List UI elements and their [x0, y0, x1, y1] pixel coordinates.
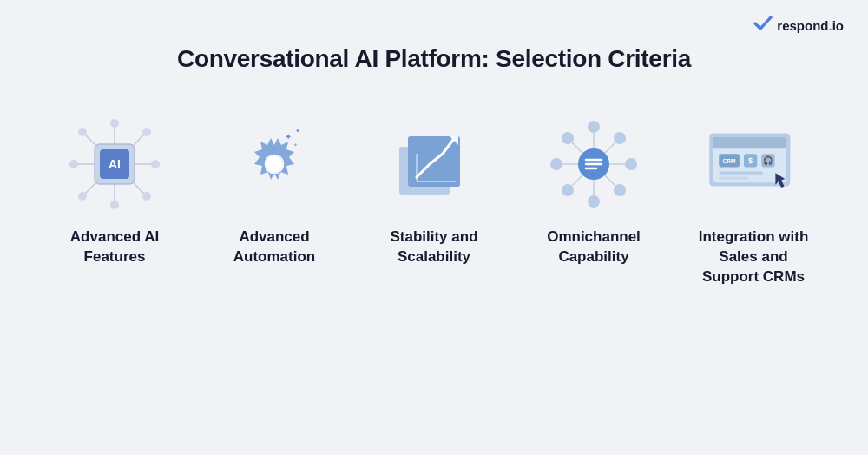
svg-point-18: [142, 192, 151, 201]
integration-crm-icon: CRM $ 🎧: [706, 116, 801, 212]
svg-point-15: [78, 128, 87, 136]
card-advanced-ai: AI: [35, 116, 194, 267]
svg-point-11: [110, 119, 119, 128]
svg-rect-58: [719, 171, 763, 174]
svg-line-44: [605, 175, 615, 186]
svg-line-41: [572, 142, 582, 153]
svg-text:✦: ✦: [293, 142, 298, 148]
svg-line-10: [132, 181, 145, 195]
svg-point-30: [588, 195, 600, 208]
card-label-advanced-ai: Advanced AIFeatures: [70, 228, 159, 267]
svg-point-16: [142, 128, 151, 136]
card-label-advanced-automation: AdvancedAutomation: [233, 228, 315, 267]
stability-scalability-icon: [386, 116, 482, 212]
svg-point-32: [625, 158, 637, 170]
svg-line-8: [132, 134, 145, 147]
card-label-omnichannel: OmnichannelCapability: [547, 228, 641, 267]
card-label-integration-crm: Integration withSales andSupport CRMs: [699, 228, 809, 287]
card-label-stability-scalability: Stability andScalability: [390, 228, 477, 267]
svg-point-23: [266, 156, 282, 172]
svg-point-36: [614, 184, 626, 196]
svg-point-34: [614, 132, 626, 144]
svg-line-43: [572, 175, 582, 186]
svg-point-31: [550, 158, 562, 170]
svg-text:✦: ✦: [295, 128, 300, 134]
card-integration-crm: CRM $ 🎧 Integration withSales andSupport…: [674, 116, 833, 287]
svg-point-12: [110, 201, 119, 209]
svg-point-33: [562, 132, 574, 144]
svg-rect-51: [713, 137, 786, 149]
svg-line-9: [84, 181, 97, 195]
advanced-ai-icon: AI: [67, 116, 162, 212]
svg-line-42: [605, 142, 615, 153]
page-title: Conversational AI Platform: Selection Cr…: [177, 45, 691, 73]
svg-text:CRM: CRM: [722, 158, 736, 164]
svg-text:$: $: [748, 156, 753, 165]
card-omnichannel: OmnichannelCapability: [514, 116, 674, 267]
page-wrapper: respond.io Conversational AI Platform: S…: [0, 0, 868, 455]
svg-point-35: [562, 184, 574, 196]
logo-check-icon: [753, 16, 773, 36]
cards-row: AI: [35, 116, 833, 287]
svg-rect-59: [719, 176, 748, 179]
svg-point-29: [588, 121, 600, 133]
svg-line-7: [84, 134, 97, 147]
logo-text: respond.io: [777, 18, 844, 33]
advanced-automation-icon: ✦ ✦ ✦: [227, 116, 322, 212]
svg-text:🎧: 🎧: [763, 155, 773, 166]
logo-area: respond.io: [753, 16, 844, 36]
svg-text:AI: AI: [108, 157, 121, 171]
svg-text:✦: ✦: [285, 132, 292, 142]
svg-point-14: [151, 160, 160, 168]
card-stability-scalability: Stability andScalability: [354, 116, 514, 267]
svg-point-17: [78, 192, 87, 201]
omnichannel-icon: [546, 116, 641, 212]
card-advanced-automation: ✦ ✦ ✦ AdvancedAutomation: [194, 116, 354, 267]
svg-point-13: [69, 160, 78, 168]
